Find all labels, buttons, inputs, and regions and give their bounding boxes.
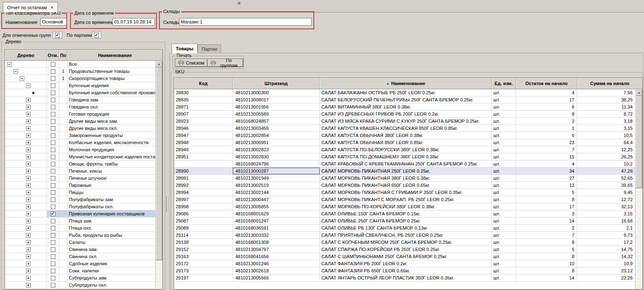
sku-row[interactable]: 291724810213001246САЛАТ ФАНТАЗИЯ РБ 200Г…	[174, 260, 635, 267]
tree-row-checkbox[interactable]	[51, 112, 55, 117]
expand-node-icon[interactable]	[26, 197, 31, 202]
datetime-input[interactable]	[112, 18, 155, 26]
expand-node-icon[interactable]	[26, 190, 31, 195]
qty-column-header[interactable]: Остаток на начало	[516, 78, 577, 89]
tree-row[interactable]: Колбасные изделия, мясокопчености	[5, 139, 155, 146]
tree-row[interactable]: Пиццы	[5, 189, 155, 196]
sku-row[interactable]: 289984810213005855САЛАТ МОРКОВЬ ПО-КОРЕЙ…	[174, 203, 635, 210]
tab-parties[interactable]: Партии	[198, 44, 221, 53]
marked-groups-checkbox[interactable]: ✓	[53, 31, 62, 39]
collapse-node-icon[interactable]	[13, 69, 18, 74]
tree-row-checkbox[interactable]	[51, 276, 55, 280]
expand-node-icon[interactable]	[26, 112, 31, 117]
sku-scrollbar[interactable]: ▲	[635, 89, 642, 289]
sku-row[interactable]: 291634810168041656САЛАТ С ШАМПИНЬОНАМИ 2…	[174, 253, 635, 260]
tree-row[interactable]: Другие виды мяса охл.	[5, 125, 155, 132]
expand-node-icon[interactable]	[26, 126, 31, 131]
expand-node-icon[interactable]	[26, 133, 31, 138]
expand-node-icon[interactable]	[26, 276, 31, 280]
tree-row[interactable]: 1Продовольственные товары	[5, 68, 155, 75]
tree-row-checkbox[interactable]	[51, 62, 55, 67]
close-icon[interactable]: ×	[50, 5, 53, 10]
expand-node-icon[interactable]	[26, 233, 31, 238]
expand-node-icon[interactable]	[26, 98, 31, 102]
tree-row-checkbox[interactable]	[51, 190, 55, 195]
collapse-node-icon[interactable]	[20, 76, 24, 81]
sku-row[interactable]: 289234810168024857САЛАТ ИЗ МЯСА КРАБА СУ…	[174, 118, 635, 125]
tree-row-checkbox[interactable]	[51, 140, 55, 145]
sku-row[interactable]: 290874810168001247САЛАТ ОЛИВЬЕ 250Г САНТ…	[174, 218, 635, 225]
name-column-header[interactable]: ▲ Наименование	[320, 78, 492, 89]
barcode-column-header[interactable]: Штрихкод	[233, 78, 320, 89]
tree-row[interactable]: Говядина зам.	[5, 96, 155, 104]
tree-row[interactable]: Полуфабрикаты зам.	[5, 196, 155, 203]
tree-row-checkbox[interactable]	[51, 91, 55, 95]
tree-row-checkbox[interactable]	[51, 76, 55, 81]
expand-node-icon[interactable]	[26, 183, 31, 188]
expand-node-icon[interactable]	[26, 148, 31, 152]
tree-row-checkbox[interactable]	[51, 119, 55, 124]
po-column-header[interactable]: По	[59, 50, 68, 60]
tree-row-checkbox[interactable]	[51, 247, 55, 252]
tree-row[interactable]: Булочные изделия	[5, 82, 155, 89]
expand-node-icon[interactable]	[26, 247, 31, 252]
tree-row[interactable]: Салаты	[5, 239, 155, 246]
expand-node-icon[interactable]	[26, 254, 31, 259]
sku-row[interactable]: 291734810213002618САЛАТ ФАНТАЗИЯ РБ 650Г…	[174, 267, 635, 274]
checked-column-header[interactable]: Отм.	[47, 50, 59, 60]
sku-row[interactable]: 288354810213008017САЛАТ БЕЛОРУССКИЙ ПЕЧЕ…	[174, 96, 635, 104]
tree-row-checkbox[interactable]	[51, 133, 55, 138]
tree-row-checkbox[interactable]	[51, 219, 55, 223]
expand-node-icon[interactable]	[26, 283, 31, 287]
scroll-up-button[interactable]: ▲	[156, 61, 162, 67]
tree-row[interactable]: Булочные изделия собственное производств	[5, 89, 155, 96]
sku-row[interactable]: 289924810213002519САЛАТ МОРКОВЬ ПИКАНТНА…	[174, 182, 635, 189]
warehouse-input[interactable]	[179, 18, 312, 26]
sku-row[interactable]: 289474810213002854САЛАТ КАПУСТА ОБЫЧНАЯ …	[174, 132, 635, 139]
tree-row-checkbox[interactable]	[51, 205, 55, 209]
tree-row-checkbox[interactable]	[51, 183, 55, 188]
tree-row[interactable]: Свинина зам.	[5, 246, 155, 253]
sum-column-header[interactable]: Сумма на начало	[577, 78, 642, 89]
tree-row-checkbox[interactable]	[51, 254, 55, 259]
tree-row[interactable]: Субпродукты зам.	[5, 274, 155, 282]
scroll-up-button[interactable]: ▲	[636, 89, 642, 96]
tree-row-checkbox[interactable]	[51, 197, 55, 202]
sku-row[interactable]: 288304810213000300САЛАТ БАКЛАЖАНЫ ОСТРЫЕ…	[174, 89, 635, 96]
tree-row[interactable]: 1Скоропортящиеся товары	[5, 75, 155, 82]
tree-row-checkbox[interactable]	[51, 126, 55, 131]
sku-row[interactable]: 289074810213005589САЛАТ ИЗ ДРЕВЕСНЫХ ГРИ…	[174, 111, 635, 118]
tree-row[interactable]: Субпродукты охл.	[5, 282, 155, 289]
sku-row[interactable]: 291524810213004797САЛАТ СПАРЖА ПО-КОРЕЙС…	[174, 246, 635, 253]
sku-row[interactable]: 291144810213003332САЛАТ ПРИЯТНЫЙ СВЕКЛ/Ч…	[174, 232, 635, 239]
tree-column-header[interactable]: Дерево	[5, 50, 47, 60]
tree-row-checkbox[interactable]	[51, 283, 55, 287]
expand-node-icon[interactable]	[26, 140, 31, 145]
sku-row[interactable]: 4810168024796САЛАТ КРАБОВЫЙ С КРЕВЕТКАМИ…	[174, 161, 635, 168]
tree-row[interactable]: Другие виды мяса зам.	[5, 118, 155, 125]
expand-node-icon[interactable]	[26, 176, 31, 181]
print-by-groups-button[interactable]: По группам	[207, 59, 243, 67]
tree-row[interactable]: Печенье, кексы	[5, 168, 155, 175]
sku-row[interactable]: 289494810213002823САЛАТ КАПУСТА ПО-БЕЛОР…	[174, 146, 635, 153]
tree-row-checkbox[interactable]	[51, 83, 55, 88]
tree-row[interactable]: Печенье штучное	[5, 175, 155, 182]
sku-row[interactable]: 289914810213001949САЛАТ МОРКОВЬ ПИКАНТНА…	[174, 175, 635, 182]
tree-row-checkbox[interactable]	[51, 240, 55, 245]
expand-node-icon[interactable]	[26, 162, 31, 166]
tree-row-checkbox[interactable]	[51, 155, 55, 159]
tree-row-checkbox[interactable]	[51, 176, 55, 181]
sku-row[interactable]: 291384810168001308САЛАТ С КОПЧЕНЫМ МЯСОМ…	[174, 239, 635, 246]
tree-row-checkbox[interactable]	[51, 226, 55, 230]
tree-row[interactable]: Птица зам.	[5, 218, 155, 225]
expand-node-icon[interactable]	[26, 219, 31, 223]
tree-row-checkbox[interactable]	[51, 98, 55, 102]
expand-node-icon[interactable]	[26, 169, 31, 173]
tree-row-checkbox[interactable]	[51, 148, 55, 152]
expand-node-icon[interactable]	[26, 226, 31, 230]
collapse-node-icon[interactable]	[7, 62, 12, 67]
expand-node-icon[interactable]	[26, 155, 31, 159]
tree-row[interactable]: Соки, напитки	[5, 267, 155, 274]
tree-row[interactable]: Мучнистые кондитерские изделия поставщи	[5, 153, 155, 161]
tree-row[interactable]: Все	[5, 61, 155, 68]
